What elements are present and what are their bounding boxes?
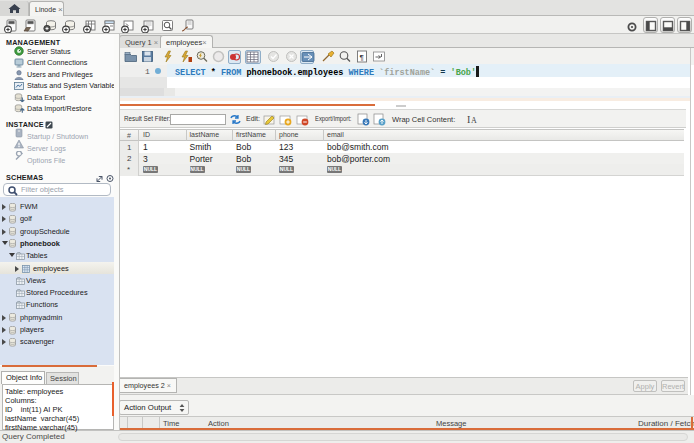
svg-text:A: A	[471, 116, 477, 125]
svg-text:I: I	[467, 114, 470, 125]
svg-text:¶: ¶	[360, 52, 364, 61]
